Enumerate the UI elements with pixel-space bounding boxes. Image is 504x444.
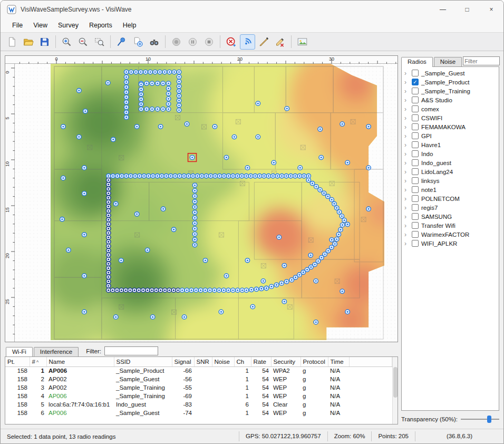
radio-item-a-s-studio[interactable]: ›A&S Studio	[402, 95, 499, 104]
reading-row[interactable]: 1582AP002_Sample_Guest-56154WEPgN/A	[5, 375, 392, 383]
expand-chevron-icon[interactable]: ›	[404, 133, 409, 139]
delete-readings-button[interactable]	[224, 34, 239, 50]
radio-checkbox[interactable]	[412, 222, 419, 229]
add-data-point-button[interactable]	[130, 34, 146, 50]
expand-chevron-icon[interactable]: ›	[404, 231, 409, 238]
column-header-pt[interactable]: Pt.	[5, 357, 30, 366]
expand-chevron-icon[interactable]: ›	[404, 169, 409, 175]
column-header-security[interactable]: Security	[271, 357, 301, 366]
radio-item-samsung[interactable]: ›SAMSUNG	[402, 212, 499, 221]
radio-checkbox[interactable]	[412, 141, 419, 148]
expand-chevron-icon[interactable]: ›	[404, 124, 409, 130]
radio-item-note1[interactable]: ›note1	[402, 185, 499, 194]
radio-checkbox[interactable]	[412, 240, 419, 247]
radio-item-transfer-wifi[interactable]: ›Transfer Wifi	[402, 221, 499, 230]
clear-drawing-button[interactable]	[273, 34, 288, 50]
radio-item-warimexfactor[interactable]: ›WarimexFACTOR	[402, 230, 499, 239]
menu-survey[interactable]: Survey	[53, 20, 84, 31]
radio-item-polnetcom[interactable]: ›POLNETCOM	[402, 194, 499, 203]
radio-checkbox[interactable]	[412, 132, 419, 139]
menu-file[interactable]: File	[7, 20, 28, 31]
radio-checkbox[interactable]: ✓	[412, 79, 419, 85]
reading-row[interactable]: 1585local:6a:7f:74:0a:16:b1Indo_guest-83…	[5, 400, 392, 409]
column-header-name[interactable]: Name	[46, 357, 114, 366]
radio-item-gpi[interactable]: ›GPI	[402, 131, 499, 140]
column-header-time[interactable]: Time	[328, 357, 349, 366]
reading-row[interactable]: 1584AP006_Sample_Training-69154WEPgN/A	[5, 392, 392, 400]
maximize-button[interactable]: □	[455, 1, 479, 18]
radio-item-havre1[interactable]: ›Havre1	[402, 140, 499, 149]
radio-item-linksys[interactable]: ›linksys	[402, 176, 499, 185]
minimize-button[interactable]: —	[431, 1, 455, 18]
probe-point-button[interactable]	[114, 34, 129, 50]
reading-row[interactable]: 1583AP002_Sample_Training-55154WEPgN/A	[5, 383, 392, 392]
expand-chevron-icon[interactable]: ›	[404, 88, 409, 94]
menu-reports[interactable]: Reports	[84, 20, 118, 31]
radio-item-indo-guest[interactable]: ›Indo_guest	[402, 158, 499, 167]
zoom-out-button[interactable]	[75, 34, 91, 50]
expand-chevron-icon[interactable]: ›	[404, 187, 409, 193]
column-header-noise[interactable]: Noise	[212, 357, 234, 366]
radio-item-lidolang24[interactable]: ›LidoLang24	[402, 167, 499, 176]
open-survey-button[interactable]	[21, 34, 36, 50]
reading-row[interactable]: 1586AP006_Sample_Guest-74154WEPgN/A	[5, 409, 392, 417]
save-survey-button[interactable]	[37, 34, 52, 50]
expand-chevron-icon[interactable]: ›	[404, 115, 409, 121]
readings-filter-input[interactable]	[104, 346, 158, 355]
menu-view[interactable]: View	[28, 20, 53, 31]
close-button[interactable]: ×	[479, 1, 503, 18]
expand-chevron-icon[interactable]: ›	[404, 240, 409, 247]
column-header-ssid[interactable]: SSID	[114, 357, 172, 366]
heatmap-canvas[interactable]	[15, 64, 398, 342]
radio-item-cswifi[interactable]: ›CSWIFI	[402, 113, 499, 122]
radio-checkbox[interactable]	[412, 123, 419, 130]
draw-button[interactable]	[256, 34, 272, 50]
view-readings-button[interactable]	[147, 34, 162, 50]
expand-chevron-icon[interactable]: ›	[404, 196, 409, 202]
wifi-adapter-button[interactable]	[240, 34, 255, 50]
radio-item--sample-guest[interactable]: ›_Sample_Guest	[402, 69, 499, 78]
expand-chevron-icon[interactable]: ›	[404, 142, 409, 148]
table-scrollbar[interactable]	[392, 357, 398, 424]
radio-checkbox[interactable]	[412, 177, 419, 184]
expand-chevron-icon[interactable]: ›	[404, 97, 409, 103]
radio-checkbox[interactable]	[412, 88, 419, 94]
column-header-snr[interactable]: SNR	[194, 357, 212, 366]
expand-chevron-icon[interactable]: ›	[404, 151, 409, 157]
tab-wifi[interactable]: Wi-Fi	[6, 347, 33, 357]
expand-chevron-icon[interactable]: ›	[404, 70, 409, 76]
radio-checkbox[interactable]	[412, 96, 419, 103]
background-image-button[interactable]	[295, 34, 310, 50]
menu-help[interactable]: Help	[118, 20, 142, 31]
column-header-num[interactable]: #^	[30, 357, 46, 366]
tab-radios[interactable]: Radios	[401, 57, 433, 67]
zoom-region-button[interactable]	[92, 34, 107, 50]
radio-checkbox[interactable]	[412, 186, 419, 193]
expand-chevron-icon[interactable]: ›	[404, 205, 409, 211]
radio-checkbox[interactable]	[412, 195, 419, 202]
radio-checkbox[interactable]	[412, 150, 419, 157]
tab-noise[interactable]: Noise	[434, 57, 462, 66]
column-header-protocol[interactable]: Protocol	[301, 357, 328, 366]
expand-chevron-icon[interactable]: ›	[404, 106, 409, 112]
radio-checkbox[interactable]	[412, 114, 419, 121]
radio-item-femamakowa[interactable]: ›FEMAMAKOWA	[402, 122, 499, 131]
tab-interference[interactable]: Interference	[34, 347, 79, 356]
zoom-in-button[interactable]	[59, 34, 74, 50]
radio-item-wifi-aplkr[interactable]: ›WIFI_APLKR	[402, 239, 499, 248]
radio-item-comex[interactable]: ›comex	[402, 104, 499, 113]
radio-item-regis7[interactable]: ›regis7	[402, 203, 499, 212]
radio-checkbox[interactable]	[412, 159, 419, 166]
radio-item--sample-training[interactable]: ›_Sample_Training	[402, 86, 499, 95]
radio-item-indo[interactable]: ›Indo	[402, 149, 499, 158]
new-document-button[interactable]	[4, 34, 20, 50]
radio-checkbox[interactable]	[412, 105, 419, 112]
radio-checkbox[interactable]	[412, 204, 419, 211]
scrollbar-thumb[interactable]	[393, 367, 398, 398]
expand-chevron-icon[interactable]: ›	[404, 160, 409, 166]
radios-filter-input[interactable]	[463, 56, 500, 65]
column-header-rate[interactable]: Rate	[251, 357, 271, 366]
radio-item--sample-product[interactable]: ›✓_Sample_Product	[402, 78, 499, 86]
slider-handle[interactable]	[487, 416, 491, 423]
radio-checkbox[interactable]	[412, 168, 419, 175]
